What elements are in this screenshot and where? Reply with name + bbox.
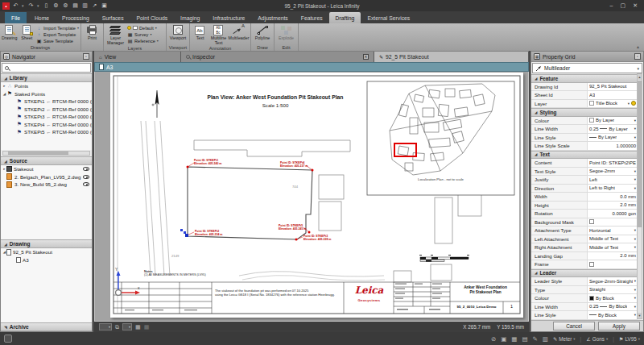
- grid-icon[interactable]: ▦: [511, 335, 517, 343]
- print-icon[interactable]: ▥: [81, 2, 89, 10]
- layer-visibility-bulb-icon[interactable]: [631, 101, 636, 106]
- section-library[interactable]: ◢Library: [1, 73, 92, 82]
- tree-item-stkept2[interactable]: ⚑STKEPt2 ← RTCM-Ref 0000 (07/10/: [1, 106, 92, 114]
- drawing-canvas[interactable]: Plan View: Anker West Foundation Pit Sta…: [94, 72, 529, 322]
- tree-item-stakeout[interactable]: ▸Stakeout: [1, 165, 92, 173]
- property-section-leader[interactable]: ◢Leader: [531, 269, 638, 278]
- tree-item-a3[interactable]: A3: [1, 256, 92, 264]
- survey-layer-select[interactable]: ▦Survey▾: [127, 31, 159, 37]
- dropdown-arrow-icon[interactable]: ▾: [634, 305, 636, 309]
- property-value-width[interactable]: 0.0 mm: [588, 193, 638, 201]
- cancel-button[interactable]: Cancel: [553, 322, 595, 330]
- tree-item-92-5[interactable]: ◢92_5 Pit Stakeout: [1, 248, 92, 256]
- export-icon[interactable]: ↗: [91, 2, 98, 10]
- entity-selector-dropdown[interactable]: Multileader ▾: [532, 63, 642, 73]
- visibility-eye-icon[interactable]: [83, 167, 89, 171]
- dropdown-arrow-icon[interactable]: ▾: [634, 288, 636, 292]
- dropdown-arrow-icon[interactable]: ▾: [634, 169, 636, 173]
- text-button[interactable]: Ab Text: [192, 24, 208, 41]
- tab-view[interactable]: ⌂View: [94, 52, 181, 62]
- default-layer-select[interactable]: Default▾: [127, 25, 159, 31]
- explode-button[interactable]: Explode: [276, 24, 296, 41]
- snap-grid-icon[interactable]: ▦: [135, 323, 141, 330]
- stakeout-point-stkept1[interactable]: Point ID: STKEPt1Elevation: 405.240 m: [188, 167, 190, 169]
- archive-icon[interactable]: ▣: [101, 2, 108, 10]
- property-value-landing-gap[interactable]: 2.0 mm: [588, 252, 638, 260]
- dropdown-arrow-icon[interactable]: ▾: [634, 228, 636, 232]
- export-template-button[interactable]: ↑Export Template: [36, 31, 79, 37]
- tools-icon[interactable]: ⚙: [62, 2, 69, 10]
- ribbon-tab-infrastructure[interactable]: Infrastructure: [206, 12, 251, 23]
- delete-icon[interactable]: ▯: [43, 2, 50, 10]
- viewport-icon[interactable]: ▣: [501, 335, 506, 343]
- tree-item-staked[interactable]: ◢⚑Staked Points: [1, 90, 92, 98]
- property-grid-scrollbar[interactable]: ▲ ▼: [637, 73, 642, 319]
- scroll-up-icon[interactable]: ▲: [638, 74, 642, 80]
- delete-icon[interactable]: ▥: [543, 335, 548, 343]
- pin-icon[interactable]: ▫: [634, 53, 641, 60]
- ribbon-tab-features[interactable]: Features: [295, 12, 329, 23]
- property-value-line-style[interactable]: By Layer▾: [588, 134, 638, 142]
- drawing-sheet[interactable]: Plan View: Anker West Foundation Pit Sta…: [110, 73, 523, 318]
- ribbon-tab-imaging[interactable]: Imaging: [174, 12, 206, 23]
- multiline-text-button[interactable]: AbBc Multiline Text: [210, 24, 227, 45]
- property-value-colour[interactable]: By Layer▾: [588, 117, 638, 125]
- multileader-button[interactable]: Multileader: [229, 24, 249, 41]
- property-value-height[interactable]: 2.0 mm: [588, 202, 638, 210]
- reference-layer-select[interactable]: ▤Reference▾: [127, 38, 159, 44]
- report-icon[interactable]: ▤: [72, 2, 79, 10]
- visibility-eye-icon[interactable]: [83, 182, 89, 186]
- property-value-leader-style[interactable]: Segoe-2mm-Straight▾: [588, 277, 638, 285]
- property-value-sheet-id[interactable]: A3: [588, 91, 638, 99]
- property-value-line-width[interactable]: 0.25By Layer▾: [588, 125, 638, 133]
- tree-item-2[interactable]: 2. Belgach_Plan_LV95_2.dwg: [1, 173, 92, 181]
- dropdown-arrow-icon[interactable]: ▾: [634, 118, 636, 123]
- drawing-button[interactable]: ✎ Drawing: [2, 24, 17, 41]
- redo-icon[interactable]: ↷: [27, 2, 35, 10]
- crs-selector[interactable]: ⚑LV95▾: [619, 336, 640, 342]
- redo-dropdown-icon[interactable]: ▾: [37, 3, 40, 8]
- visibility-eye-icon[interactable]: [83, 175, 89, 179]
- property-value-line-style[interactable]: By Block▾: [588, 311, 638, 319]
- save-template-button[interactable]: ▣Save Template: [36, 38, 79, 44]
- sheet-tab-bar[interactable]: A3: [94, 62, 529, 72]
- close-icon[interactable]: ✕: [633, 2, 638, 9]
- ribbon-tab-adjustments[interactable]: Adjustments: [251, 12, 294, 23]
- dropdown-arrow-icon[interactable]: ▾: [634, 135, 636, 139]
- section-archive[interactable]: ◥Archive: [1, 322, 92, 331]
- property-section-feature[interactable]: ◢Feature: [531, 74, 638, 83]
- print-button[interactable]: Print: [83, 24, 101, 41]
- stakeout-point-stkept4[interactable]: Point ID: STKEPt4Elevation: 405.237 m: [312, 170, 315, 172]
- property-value-attachment-type[interactable]: Horizontal▾: [588, 227, 638, 235]
- scroll-down-icon[interactable]: ▼: [638, 313, 642, 318]
- stakeout-point-stkept2[interactable]: Point ID: STKEPt2Elevation: 405.234 m: [187, 235, 190, 239]
- sheet-button[interactable]: Sheet: [19, 24, 34, 41]
- angle-unit-selector[interactable]: ∠Gons▾: [586, 336, 608, 342]
- property-value-text-style[interactable]: Segoe-2mm▾: [588, 168, 638, 176]
- property-value-content[interactable]: Point ID: STKEPt2\PEleva: [588, 159, 638, 167]
- viewport-button[interactable]: Viewport: [168, 24, 188, 41]
- grid-toggle-icon[interactable]: ▦: [144, 323, 150, 330]
- undo-dropdown-icon[interactable]: ▾: [22, 3, 25, 8]
- dropdown-arrow-icon[interactable]: ▾: [634, 177, 636, 181]
- property-section-text[interactable]: ◢Text: [531, 151, 638, 160]
- pin-icon[interactable]: ▫: [83, 53, 89, 60]
- tree-item-3[interactable]: 3. New_Build 95_2.dwg: [1, 181, 92, 189]
- section-drawing[interactable]: ◢Drawing: [1, 239, 92, 248]
- dropdown-arrow-icon[interactable]: ▾: [634, 237, 636, 241]
- property-value-line-style-scale[interactable]: 1.000000: [588, 142, 638, 150]
- settings-icon[interactable]: ⚙: [52, 2, 60, 10]
- ribbon-tab-drafting[interactable]: Drafting: [329, 12, 361, 23]
- dropdown-arrow-icon[interactable]: ▾: [634, 279, 636, 283]
- property-value-rotation[interactable]: 0.0000 gon: [588, 210, 638, 218]
- checkbox[interactable]: [589, 262, 594, 267]
- tree-item-stkept4[interactable]: ⚑STKEPt4 ← RTCM-Ref 0000 (07/10/: [1, 121, 92, 129]
- dropdown-arrow-icon[interactable]: ▾: [634, 186, 636, 190]
- tree-item-stkept3[interactable]: ⚑STKEPt3 ← RTCM-Ref 0000 (07/10/: [1, 113, 92, 121]
- dropdown-arrow-icon[interactable]: ▾: [634, 313, 636, 317]
- layer-manager-button[interactable]: Layer Manager: [105, 24, 126, 45]
- tab-inspector[interactable]: Inspector✕: [181, 52, 374, 62]
- message-log-icon[interactable]: [4, 335, 12, 343]
- tab-92-5-pit-stakeout[interactable]: ✎92_5 Pit Stakeout: [374, 52, 529, 62]
- property-value-layer[interactable]: Title Block▾: [588, 100, 638, 108]
